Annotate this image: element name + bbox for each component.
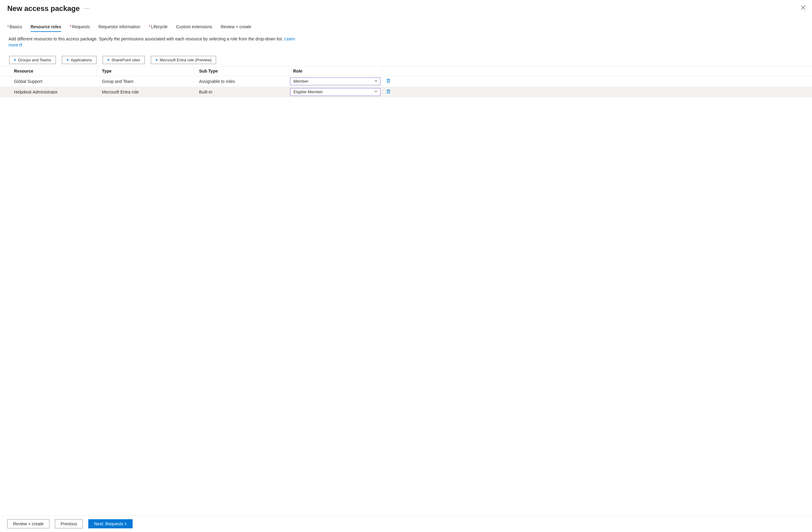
cell-type: Microsoft Entra role <box>97 87 194 97</box>
add-sharepoint-sites-button[interactable]: +SharePoint sites <box>103 56 145 64</box>
tab-requestor-information[interactable]: Requestor information <box>98 23 140 31</box>
add-entra-role-button[interactable]: +Microsoft Entra role (Preview) <box>151 56 216 64</box>
tab-label: Basics <box>10 24 22 29</box>
tab-label: Custom extensions <box>176 24 212 29</box>
chevron-down-icon <box>374 89 378 94</box>
tab-custom-extensions[interactable]: Custom extensions <box>176 23 212 31</box>
plus-icon: + <box>67 58 69 62</box>
tab-lifecycle[interactable]: *Lifecycle <box>149 23 168 31</box>
tab-label: Requests <box>72 24 90 29</box>
tab-label: Requestor information <box>98 24 140 29</box>
tab-basics[interactable]: *Basics <box>7 23 22 31</box>
column-header-type: Type <box>97 66 194 76</box>
next-button[interactable]: Next: Requests > <box>88 519 133 528</box>
cell-resource: Global Support <box>0 77 97 86</box>
table-row: Helpdesk Administrator Microsoft Entra r… <box>0 87 812 97</box>
delete-row-icon[interactable] <box>386 89 391 95</box>
tab-label: Review + create <box>221 24 251 29</box>
description-body: Add different resources to this access p… <box>9 37 284 41</box>
description-text: Add different resources to this access p… <box>0 31 303 48</box>
svg-line-3 <box>20 44 22 45</box>
column-header-actions <box>382 69 394 73</box>
wizard-tabs: *Basics Resource roles *Requests Request… <box>0 13 812 31</box>
role-dropdown-value: Member <box>293 79 309 84</box>
add-button-label: SharePoint sites <box>111 58 140 62</box>
delete-row-icon[interactable] <box>386 78 391 84</box>
external-link-icon <box>19 42 22 48</box>
tab-resource-roles[interactable]: Resource roles <box>31 23 61 31</box>
svg-rect-9 <box>387 90 390 93</box>
add-button-label: Groups and Teams <box>18 58 51 62</box>
table-row: Global Support Group and Team Assignable… <box>0 76 812 87</box>
cell-type: Group and Team <box>97 77 194 86</box>
column-header-resource: Resource <box>0 66 97 76</box>
review-create-button[interactable]: Review + create <box>7 519 49 528</box>
previous-button[interactable]: Previous <box>55 519 83 528</box>
plus-icon: + <box>14 58 16 62</box>
close-icon[interactable] <box>800 5 806 10</box>
role-dropdown-value: Eligible Member <box>293 89 323 94</box>
add-applications-button[interactable]: +Applications <box>62 56 97 64</box>
role-dropdown[interactable]: Member <box>290 78 380 85</box>
role-dropdown[interactable]: Eligible Member <box>290 88 380 96</box>
plus-icon: + <box>155 58 158 62</box>
chevron-down-icon <box>374 79 378 84</box>
add-button-label: Applications <box>71 58 92 62</box>
add-groups-and-teams-button[interactable]: +Groups and Teams <box>9 56 56 64</box>
column-header-subtype: Sub Type <box>194 66 288 76</box>
svg-rect-4 <box>387 80 390 83</box>
tab-label: Lifecycle <box>151 24 168 29</box>
tab-label: Resource roles <box>31 24 61 29</box>
column-header-role: Role <box>288 66 382 76</box>
more-icon[interactable]: ⋯ <box>84 6 89 11</box>
plus-icon: + <box>107 58 110 62</box>
add-button-label: Microsoft Entra role (Preview) <box>160 58 212 62</box>
cell-subtype: Assignable to roles <box>194 77 288 86</box>
page-title: New access package <box>7 4 80 13</box>
tab-review-create[interactable]: Review + create <box>221 23 251 31</box>
tab-requests[interactable]: *Requests <box>70 23 90 31</box>
cell-resource: Helpdesk Administrator <box>0 87 97 97</box>
resource-roles-table: Resource Type Sub Type Role Global Suppo… <box>0 66 812 97</box>
cell-subtype: Built-In <box>194 87 288 97</box>
